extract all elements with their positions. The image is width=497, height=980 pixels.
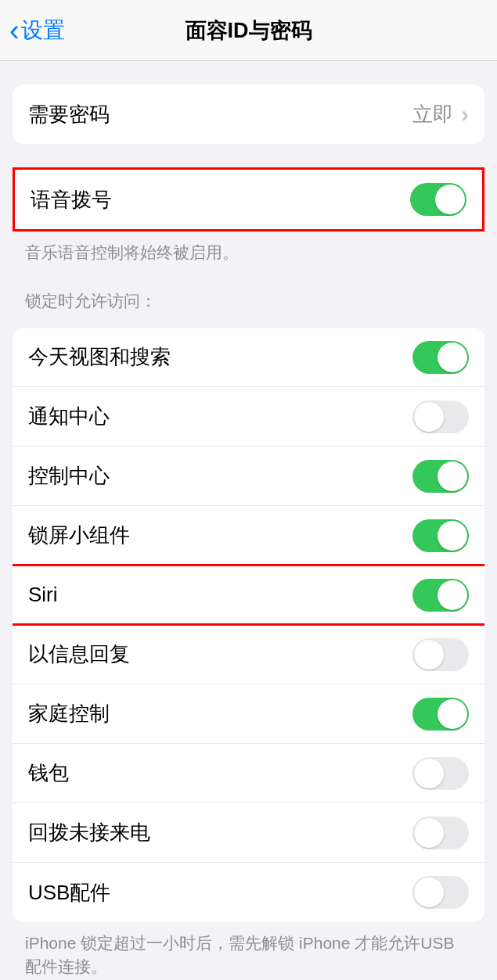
reply-message-row: 以信息回复 bbox=[13, 625, 484, 684]
voice-dial-highlight: 语音拨号 bbox=[13, 167, 484, 232]
home-control-label: 家庭控制 bbox=[28, 700, 110, 727]
today-view-row: 今天视图和搜索 bbox=[13, 328, 484, 387]
passcode-section: 需要密码 立即 › bbox=[13, 84, 484, 144]
voice-dial-row: 语音拨号 bbox=[15, 170, 482, 229]
today-view-toggle[interactable] bbox=[412, 341, 469, 374]
back-label: 设置 bbox=[21, 16, 65, 45]
voice-dial-toggle[interactable] bbox=[410, 183, 466, 216]
siri-label: Siri bbox=[28, 583, 58, 607]
wallet-toggle[interactable] bbox=[412, 757, 469, 790]
usb-accessories-label: USB配件 bbox=[28, 879, 110, 906]
lock-widgets-label: 锁屏小组件 bbox=[28, 522, 130, 549]
return-missed-row: 回拨未接来电 bbox=[13, 803, 484, 863]
row-right: 立即 › bbox=[412, 101, 469, 128]
siri-row: Siri bbox=[13, 565, 484, 625]
require-passcode-row[interactable]: 需要密码 立即 › bbox=[13, 84, 484, 144]
siri-toggle[interactable] bbox=[412, 579, 469, 612]
reply-message-label: 以信息回复 bbox=[28, 641, 130, 668]
usb-accessories-toggle[interactable] bbox=[412, 876, 469, 909]
control-center-label: 控制中心 bbox=[28, 462, 110, 490]
notification-center-toggle[interactable] bbox=[412, 400, 469, 433]
control-center-row: 控制中心 bbox=[13, 447, 484, 506]
home-control-row: 家庭控制 bbox=[13, 684, 484, 744]
voice-dial-label: 语音拨号 bbox=[31, 186, 112, 214]
lock-widgets-row: 锁屏小组件 bbox=[13, 506, 484, 565]
reply-message-toggle[interactable] bbox=[412, 638, 469, 671]
wallet-label: 钱包 bbox=[28, 759, 69, 787]
voice-dial-footer: 音乐语音控制将始终被启用。 bbox=[0, 232, 497, 264]
content: 需要密码 立即 › 语音拨号 音乐语音控制将始终被启用。 锁定时允许访问： 今天… bbox=[0, 84, 497, 978]
today-view-label: 今天视图和搜索 bbox=[28, 343, 171, 371]
page-title: 面容ID与密码 bbox=[185, 16, 312, 45]
control-center-toggle[interactable] bbox=[412, 460, 469, 493]
return-missed-toggle[interactable] bbox=[412, 817, 469, 849]
require-passcode-label: 需要密码 bbox=[28, 101, 110, 128]
usb-accessories-row: USB配件 bbox=[13, 863, 484, 922]
locked-access-section: 今天视图和搜索 通知中心 控制中心 锁屏小组件 Siri 以信息回复 家庭控制 bbox=[13, 328, 484, 922]
wallet-row: 钱包 bbox=[13, 744, 484, 803]
require-passcode-value: 立即 bbox=[412, 101, 453, 128]
chevron-right-icon: › bbox=[461, 101, 469, 127]
usb-footer: iPhone 锁定超过一小时后，需先解锁 iPhone 才能允许USB 配件连接… bbox=[0, 922, 497, 978]
chevron-left-icon: ‹ bbox=[9, 16, 20, 45]
locked-access-header: 锁定时允许访问： bbox=[0, 290, 497, 320]
notification-center-label: 通知中心 bbox=[28, 403, 110, 430]
home-control-toggle[interactable] bbox=[412, 698, 469, 731]
return-missed-label: 回拨未接来电 bbox=[28, 819, 150, 846]
back-button[interactable]: ‹ 设置 bbox=[0, 16, 65, 45]
notification-center-row: 通知中心 bbox=[13, 387, 484, 447]
lock-widgets-toggle[interactable] bbox=[412, 519, 469, 552]
navbar: ‹ 设置 面容ID与密码 bbox=[0, 0, 497, 61]
